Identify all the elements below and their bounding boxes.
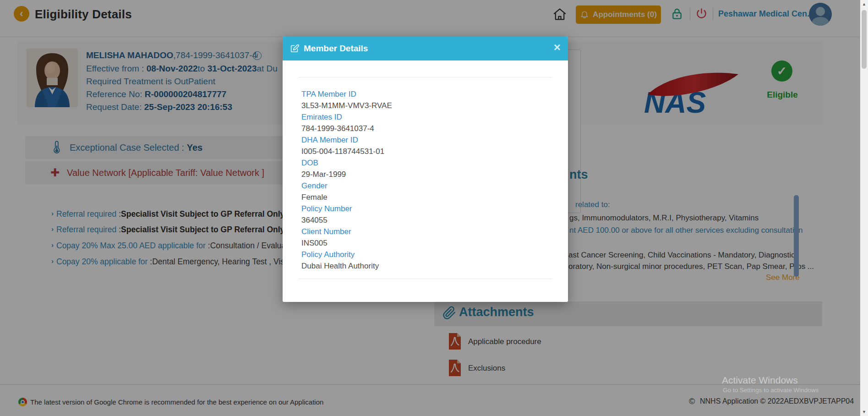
- activate-windows-watermark: Activate Windows: [722, 375, 798, 386]
- field-label: DHA Member ID: [301, 134, 392, 146]
- field-value: Dubai Health Authority: [301, 260, 392, 272]
- modal-divider: [298, 279, 552, 279]
- modal-body: TPA Member ID 3L53-M1MM-VMV3-RVAE Emirat…: [301, 88, 392, 272]
- field-value: Female: [301, 192, 392, 203]
- modal-header: Member Details ×: [283, 37, 568, 60]
- scrollbar-down-icon[interactable]: ▼: [860, 410, 868, 414]
- activate-windows-watermark-sub: Go to Settings to activate Windows: [723, 387, 819, 394]
- modal-title: Member Details: [304, 44, 368, 54]
- member-details-modal: Member Details × TPA Member ID 3L53-M1MM…: [283, 37, 568, 302]
- field-value: 784-1999-3641037-4: [301, 123, 392, 134]
- field-value: 29-Mar-1999: [301, 169, 392, 180]
- page-scrollbar[interactable]: ▲ ▼: [860, 0, 868, 416]
- field-value: INS005: [301, 237, 392, 249]
- field-value: 364055: [301, 214, 392, 226]
- edit-icon: [289, 44, 300, 54]
- modal-divider: [298, 77, 552, 77]
- field-value: 3L53-M1MM-VMV3-RVAE: [301, 100, 392, 111]
- field-label: Policy Number: [301, 203, 392, 214]
- field-label: Gender: [301, 180, 392, 192]
- field-label: DOB: [301, 157, 392, 169]
- field-value: I005-004-118744531-01: [301, 146, 392, 157]
- scrollbar-up-icon[interactable]: ▲: [860, 2, 868, 6]
- field-label: Client Number: [301, 226, 392, 237]
- field-label: TPA Member ID: [301, 88, 392, 100]
- field-label: Policy Authority: [301, 249, 392, 260]
- field-label: Emirates ID: [301, 111, 392, 123]
- eligibility-details-page: ‹ Eligibility Details Appointments (0) P…: [0, 0, 868, 416]
- scrollbar-thumb[interactable]: [862, 10, 867, 69]
- close-icon[interactable]: ×: [554, 40, 561, 55]
